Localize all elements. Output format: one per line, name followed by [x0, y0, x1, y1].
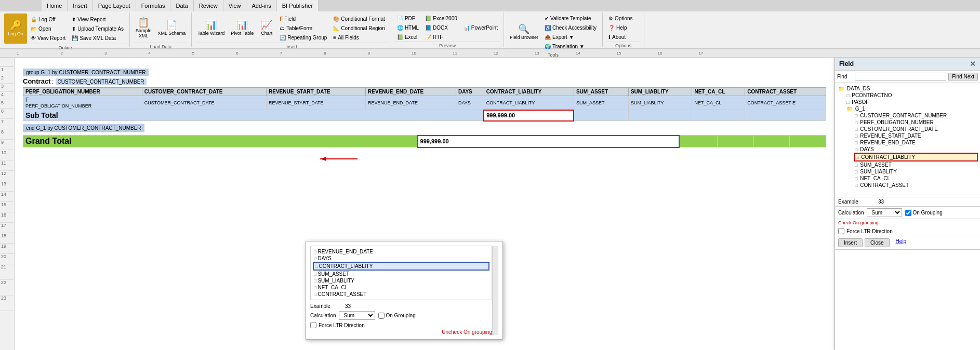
check-on-grouping-note: Check On grouping — [835, 219, 980, 226]
tree-customer-contract-date[interactable]: □ CUSTOMER_CONTRACT_DATE — [854, 126, 978, 132]
subtotal-label: Sub Total — [25, 111, 58, 119]
pivot-table-label: Pivot Table — [231, 31, 254, 36]
grand-total-value-cell: 999,999.00 — [418, 136, 679, 147]
tree-revenue-end-date[interactable]: □ REVENUE_END_DATE — [854, 139, 978, 146]
excel2000-btn[interactable]: 📗 Excel2000 — [422, 14, 460, 23]
about-icon: ℹ — [608, 34, 611, 40]
help-btn[interactable]: ❓ Help — [606, 23, 635, 32]
popup-ltr-check[interactable] — [310, 322, 316, 328]
tree-pasof-label: PASOF — [852, 99, 869, 105]
tab-addins[interactable]: Add-ins — [246, 0, 276, 11]
popup-tree-revenue-end[interactable]: □ REVENUE_END_DATE — [313, 248, 489, 255]
popup-scrollbar[interactable] — [492, 246, 498, 335]
grand-total-empty-4 — [790, 136, 826, 147]
table-wizard-icon: 📊 — [205, 20, 217, 30]
table-form-btn[interactable]: 🗂 Table/Form — [277, 23, 329, 33]
view-report-btn[interactable]: 👁 View Report — [28, 33, 68, 43]
log-off-btn[interactable]: 🔓 Log Off — [28, 15, 68, 24]
tree-net-ca-cl[interactable]: □ NET_CA_CL — [854, 175, 978, 182]
chart-btn[interactable]: 📈 Chart — [257, 14, 276, 43]
popup-tree-sum-liablity[interactable]: □ SUM_LIABLITY — [313, 277, 489, 284]
insert-col: F Field 🗂 Table/Form 🔄 Repeating Group — [277, 14, 329, 42]
tree-g1[interactable]: 📁 G_1 — [845, 105, 978, 112]
spreadsheet[interactable]: 1 2 3 4 5 6 7 8 9 10 11 12 13 14 15 16 1… — [0, 58, 835, 350]
table-wizard-btn[interactable]: 📊 Table Wizard — [195, 14, 227, 43]
cond-region-btn[interactable]: 📐 Conditional Region — [330, 23, 388, 33]
panel-force-ltr-check[interactable] — [838, 228, 844, 234]
popup-tree-sum-asset[interactable]: □ SUM_ASSET — [313, 271, 489, 277]
tab-view[interactable]: View — [223, 0, 247, 11]
tree-sum-asset[interactable]: □ SUM_ASSET — [854, 161, 978, 168]
excel-btn[interactable]: 📗 Excel — [394, 32, 421, 42]
sample-xml-btn[interactable]: 📋 SampleXML — [133, 14, 154, 43]
all-fields-btn[interactable]: ≡ All Fields — [330, 33, 388, 42]
tab-data[interactable]: Data — [170, 0, 193, 11]
panel-close-btn[interactable]: ✕ — [970, 60, 976, 68]
tab-review[interactable]: Review — [194, 0, 223, 11]
excel-icon: 📗 — [397, 34, 403, 40]
tab-bi-publisher[interactable]: BI Publisher — [277, 0, 319, 11]
tab-formulas[interactable]: Formulas — [136, 0, 171, 11]
pdf-btn[interactable]: 📄 PDF — [394, 14, 421, 23]
tree-customer-contract-number[interactable]: □ CUSTOMER_CONTRACT_NUMBER — [854, 112, 978, 119]
panel-find-next-btn[interactable]: Find Next — [948, 73, 978, 80]
pivot-table-icon: 📊 — [236, 20, 248, 30]
tab-page-layout[interactable]: Page Layout — [93, 0, 136, 11]
repeating-group-btn[interactable]: 🔄 Repeating Group — [277, 33, 329, 42]
field-btn[interactable]: F Field — [277, 14, 329, 23]
content-area: group G_1 by CUSTOMER_CONTRACT_NUMBER Co… — [15, 58, 835, 350]
tree-revenue-start-date[interactable]: □ REVENUE_START_DATE — [854, 132, 978, 139]
panel-calc-dropdown[interactable]: Sum Count Average Min Max — [867, 208, 902, 217]
validate-template-btn[interactable]: ✔ Validate Template — [542, 14, 599, 23]
popup-tree-days[interactable]: □ DAYS — [313, 255, 489, 262]
panel-find-input[interactable] — [855, 73, 946, 80]
panel-insert-btn[interactable]: Insert — [838, 238, 863, 247]
tab-home[interactable]: Home — [42, 0, 68, 11]
field-icon-po: □ — [855, 120, 857, 125]
popup-tree-contract-asset[interactable]: □ CONTRACT_ASSET — [313, 291, 489, 298]
panel-on-grouping-check[interactable] — [905, 210, 911, 216]
export-btn[interactable]: 📤 Export ▼ — [542, 32, 599, 42]
view-report-label: View Report — [37, 35, 65, 41]
save-xml-btn[interactable]: 💾 Save XML Data — [69, 33, 126, 43]
check-access-btn[interactable]: ♿ Check Accessibility — [542, 23, 599, 32]
powerpoint-btn[interactable]: 📊 PowerPoint — [461, 23, 500, 32]
popup-calc-dropdown[interactable]: Sum Count Average — [339, 311, 375, 320]
open-btn[interactable]: 📂 Open — [28, 24, 68, 33]
about-btn[interactable]: ℹ About — [606, 32, 635, 42]
field-browser-btn[interactable]: 🔍 Field Browser — [507, 18, 541, 47]
upload-template-btn[interactable]: ⬆ View Report — [69, 15, 126, 24]
tree-pcontractno[interactable]: □ PCONTRACTNO — [845, 92, 978, 99]
docx-btn[interactable]: 📘 DOCX — [422, 23, 460, 32]
tree-pasof[interactable]: □ PASOF — [845, 99, 978, 105]
options-btn[interactable]: ⚙ Options — [606, 14, 635, 23]
log-on-btn[interactable]: 🔑 Log On — [4, 14, 27, 44]
grand-total-empty-1 — [679, 136, 718, 147]
panel-close-action-btn[interactable]: Close — [865, 238, 890, 247]
tree-sum-liablity[interactable]: □ SUM_LIABLITY — [854, 168, 978, 175]
cond-format-btn[interactable]: 🎨 Conditional Format — [330, 14, 388, 23]
end-group: end G_1 by CUSTOMER_CONTRACT_NUMBER — [23, 125, 826, 131]
popup-tree-contract-liablity[interactable]: □ CONTRACT_LIABLITY — [313, 262, 489, 271]
html-btn[interactable]: 🌐 HTML — [394, 23, 421, 32]
popup-on-grouping-check[interactable] — [378, 313, 385, 319]
tree-data-ds[interactable]: 📁 DATA_DS — [837, 85, 978, 92]
ribbon: Home Insert Page Layout Formulas Data Re… — [0, 0, 980, 49]
folder-icon-g1: 📁 — [846, 106, 853, 112]
tree-contract-asset[interactable]: □ CONTRACT_ASSET — [854, 182, 978, 189]
rtf-btn[interactable]: 📝 RTF — [422, 32, 460, 42]
tab-insert[interactable]: Insert — [68, 0, 93, 11]
tree-contract-liablity[interactable]: □ CONTRACT_LIABLITY — [854, 153, 978, 161]
popup-tree[interactable]: □ REVENUE_END_DATE □ DAYS □ CONTRACT_LIA… — [310, 246, 492, 300]
tree-perf-obligation[interactable]: □ PERF_OBLIGATION_NUMBER — [854, 119, 978, 126]
pivot-table-btn[interactable]: 📊 Pivot Table — [228, 14, 256, 43]
popup-tree-net-ca-cl[interactable]: □ NET_CA_CL — [313, 284, 489, 291]
tree-days[interactable]: □ DAYS — [854, 146, 978, 153]
subtotal-value: 999,999.00 — [486, 112, 515, 118]
panel-help-link[interactable]: Help — [896, 238, 907, 247]
upload-template-as-btn[interactable]: ⬆ Upload Template As — [69, 24, 126, 33]
panel-tree[interactable]: 📁 DATA_DS □ PCONTRACTNO □ PASOF 📁 G_1 □ … — [835, 83, 980, 197]
grand-total-label: Grand Total — [25, 137, 72, 145]
translation-btn[interactable]: 🌍 Translation ▼ — [542, 42, 599, 51]
xml-schema-btn[interactable]: 📄 XML Schema — [155, 14, 189, 43]
